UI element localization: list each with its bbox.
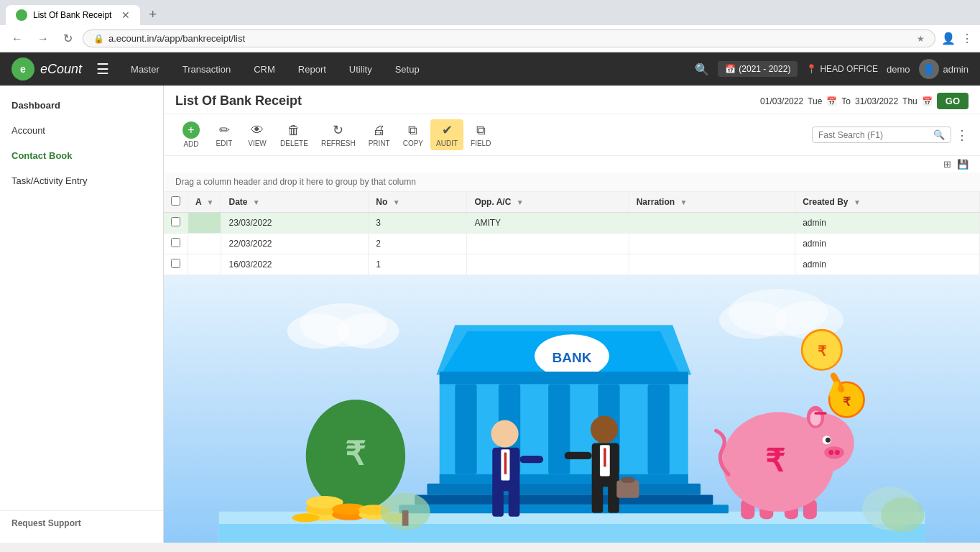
calendar-selector[interactable]: 📅 (2021 - 2022) [718, 61, 798, 77]
date-from-day: Tue [808, 96, 822, 106]
table-row[interactable]: 23/03/2022 3 AMITY admin [164, 213, 980, 234]
calendar-to-icon[interactable]: 📅 [922, 96, 933, 106]
edit-button[interactable]: ✏ EDIT [208, 119, 240, 150]
svg-rect-37 [492, 487, 504, 517]
hamburger-menu[interactable]: ☰ [96, 60, 109, 78]
save-layout-icon[interactable]: 💾 [957, 159, 969, 170]
global-search-button[interactable]: 🔍 [695, 63, 709, 76]
data-table: A ▼ Date ▼ No ▼ [164, 192, 980, 275]
row-date-3: 16/03/2022 [221, 254, 369, 275]
date-from-value[interactable]: 01/03/2022 [760, 96, 803, 106]
row-no-3: 1 [369, 254, 467, 275]
content-header: List Of Bank Receipt 01/03/2022 Tue 📅 To… [164, 86, 980, 114]
active-tab[interactable]: List Of Bank Receipt ✕ [6, 5, 140, 25]
filter-date-icon[interactable]: ▼ [253, 198, 260, 206]
row-opp-ac-3 [467, 254, 629, 275]
svg-rect-41 [519, 456, 543, 463]
col-header-date[interactable]: Date ▼ [221, 192, 369, 213]
back-button[interactable]: ← [7, 31, 27, 47]
toolbar: + ADD ✏ EDIT 👁 VIEW 🗑 DELETE ↻ REFRE [164, 114, 980, 156]
select-all-checkbox[interactable] [171, 196, 180, 206]
illustration-area: BANK [164, 275, 980, 543]
data-table-wrapper[interactable]: A ▼ Date ▼ No ▼ [164, 192, 980, 275]
svg-text:₹: ₹ [843, 395, 851, 409]
view-button[interactable]: 👁 VIEW [241, 120, 273, 150]
address-bar[interactable]: 🔒 a.ecount.in/a/app/bankreceipt/list ★ [83, 29, 935, 47]
field-icon: ⧉ [476, 123, 486, 138]
filter-a-icon[interactable]: ▼ [207, 198, 214, 206]
sidebar-item-contact-book[interactable]: Contact Book [0, 143, 163, 168]
go-button[interactable]: GO [937, 93, 969, 109]
browser-chrome: List Of Bank Receipt ✕ + ← → ↻ 🔒 a.ecoun… [0, 0, 980, 52]
filter-no-icon[interactable]: ▼ [393, 198, 400, 206]
app-container: e eCount ☰ Master Transaction CRM Report… [0, 52, 980, 543]
nav-master[interactable]: Master [121, 58, 170, 80]
row-checkbox-2[interactable] [164, 234, 188, 254]
nav-transaction[interactable]: Transaction [172, 58, 241, 80]
more-options-button[interactable]: ⋮ [956, 127, 969, 143]
table-row[interactable]: 16/03/2022 1 admin [164, 254, 980, 275]
col-header-no[interactable]: No ▼ [369, 192, 467, 213]
print-button[interactable]: 🖨 PRINT [363, 120, 396, 150]
filter-created-icon[interactable]: ▼ [854, 198, 861, 206]
nav-crm[interactable]: CRM [244, 58, 285, 80]
row-opp-ac-1: AMITY [467, 213, 629, 234]
row-date-2: 22/03/2022 [221, 234, 369, 254]
browser-menu-btn[interactable]: ⋮ [961, 32, 973, 45]
sidebar-item-account[interactable]: Account [0, 118, 163, 143]
browser-profile-btn[interactable]: 👤 [941, 32, 956, 45]
col-header-a[interactable]: A ▼ [188, 192, 221, 213]
add-button[interactable]: + ADD [175, 119, 207, 151]
filter-opp-icon[interactable]: ▼ [517, 198, 524, 206]
copy-button[interactable]: ⧉ COPY [397, 120, 429, 150]
export-grid-icon[interactable]: ⊞ [943, 159, 951, 170]
col-header-checkbox[interactable] [164, 192, 188, 213]
fast-search-input[interactable] [818, 130, 933, 140]
col-header-narration[interactable]: Narration ▼ [629, 192, 795, 213]
sidebar-item-dashboard[interactable]: Dashboard [0, 93, 163, 118]
refresh-button[interactable]: ↻ [59, 30, 77, 47]
field-button[interactable]: ⧉ FIELD [465, 120, 496, 150]
user-avatar: 👤 [919, 59, 939, 79]
svg-point-70 [835, 450, 840, 455]
svg-text:₹: ₹ [765, 443, 785, 478]
row-created-by-1: admin [795, 213, 980, 234]
date-to-value[interactable]: 31/03/2022 [855, 96, 898, 106]
filter-narration-icon[interactable]: ▼ [680, 198, 687, 206]
delete-icon: 🗑 [287, 123, 300, 138]
nav-report[interactable]: Report [288, 58, 336, 80]
svg-rect-20 [415, 494, 713, 505]
svg-point-2 [337, 314, 399, 349]
tab-close-btn[interactable]: ✕ [121, 9, 130, 21]
refresh-button[interactable]: ↻ REFRESH [315, 119, 361, 150]
svg-rect-50 [621, 477, 634, 482]
row-checkbox-1[interactable] [164, 213, 188, 234]
row-no-1: 3 [369, 213, 467, 234]
audit-button[interactable]: ✔ AUDIT [430, 119, 463, 150]
tab-bar: List Of Bank Receipt ✕ + [0, 0, 980, 25]
group-bar: Drag a column header and drop it here to… [164, 172, 980, 192]
user-menu[interactable]: 👤 admin [919, 59, 969, 79]
table-row[interactable]: 22/03/2022 2 admin [164, 234, 980, 254]
nav-utility[interactable]: Utility [339, 58, 382, 80]
svg-point-67 [826, 438, 831, 443]
fast-search-box[interactable]: 🔍 [812, 126, 951, 143]
col-header-opp-ac[interactable]: Opp. A/C ▼ [467, 192, 629, 213]
sidebar-footer: Request Support [0, 510, 163, 535]
row-checkbox-3[interactable] [164, 254, 188, 275]
calendar-icon: 📅 [725, 64, 736, 74]
svg-rect-38 [509, 487, 520, 517]
row-a-3 [188, 254, 221, 275]
nav-setup[interactable]: Setup [385, 58, 430, 80]
demo-user-label: demo [887, 64, 910, 75]
new-tab-button[interactable]: + [143, 4, 162, 25]
delete-button[interactable]: 🗑 DELETE [274, 120, 314, 150]
svg-rect-48 [565, 452, 592, 459]
forward-button[interactable]: → [33, 31, 53, 47]
calendar-from-icon[interactable]: 📅 [826, 96, 837, 106]
svg-point-35 [491, 420, 519, 448]
view-icon: 👁 [251, 123, 264, 138]
col-header-created-by[interactable]: Created By ▼ [795, 192, 980, 213]
sidebar-item-task-activity[interactable]: Task/Activity Entry [0, 168, 163, 193]
svg-text:₹: ₹ [818, 344, 827, 359]
